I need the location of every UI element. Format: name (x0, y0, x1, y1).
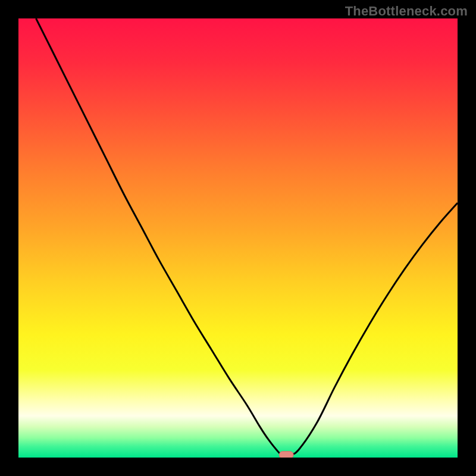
chart-frame: TheBottleneck.com (0, 0, 476, 476)
source-watermark: TheBottleneck.com (345, 4, 468, 19)
plot-area (18, 18, 458, 458)
chart-svg (18, 18, 458, 458)
optimal-point-marker (279, 452, 293, 458)
